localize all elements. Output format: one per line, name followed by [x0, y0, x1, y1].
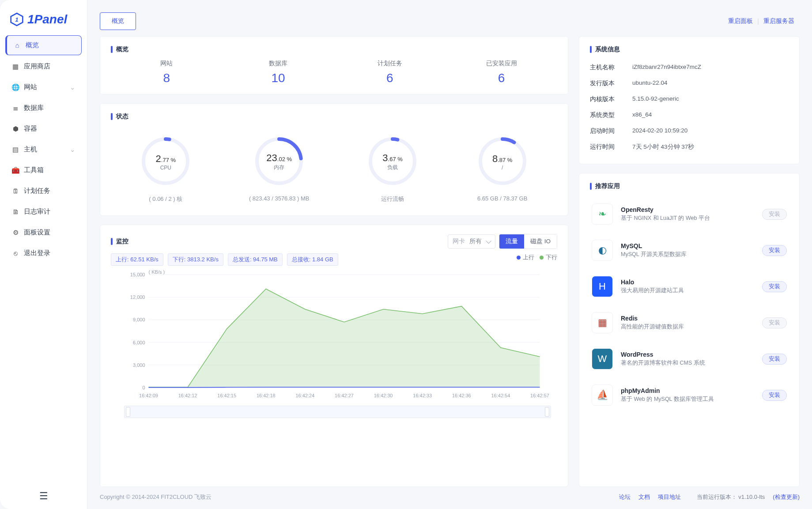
app-install-button[interactable]: 安装: [762, 281, 787, 292]
monitor-mode-segment: 流量 磁盘 IO: [499, 234, 557, 249]
overview-metric[interactable]: 网站 8: [111, 60, 223, 85]
app-icon: ❧: [592, 204, 613, 225]
app-install-button[interactable]: 安装: [762, 354, 787, 365]
monitor-stat-chip: 总接收: 1.84 GB: [287, 253, 338, 266]
overview-title: 概览: [111, 45, 557, 53]
sidebar-item-calendar[interactable]: 🗓 计划任务: [5, 181, 82, 200]
sysinfo-value: 2024-02-20 10:59:20: [632, 127, 687, 135]
app-icon: W: [592, 348, 613, 369]
sidebar-item-toolbox[interactable]: 🧰 工具箱: [5, 161, 82, 180]
footer-link[interactable]: 项目地址: [658, 494, 681, 500]
apps-title: 推荐应用: [590, 182, 789, 190]
status-gauge[interactable]: 2.77 % CPU ( 0.06 / 2 ) 核: [139, 135, 192, 203]
server-icon: ▤: [11, 146, 19, 154]
app-desc: 强大易用的开源建站工具: [621, 287, 754, 294]
status-gauge[interactable]: 3.67 % 负载 运行流畅: [366, 135, 419, 203]
svg-text:16:42:33: 16:42:33: [413, 393, 432, 398]
overview-metric[interactable]: 计划任务 6: [334, 60, 446, 85]
sysinfo-key: 系统类型: [590, 111, 623, 119]
sidebar-item-container[interactable]: ⬢ 容器: [5, 119, 82, 138]
app-name: OpenResty: [621, 206, 754, 213]
logout-icon: ⎋: [11, 249, 19, 257]
seg-disk-io[interactable]: 磁盘 IO: [524, 234, 557, 249]
status-card: 状态 2.77 % CPU ( 0.06 / 2 ) 核 23.02 % 内存 …: [100, 103, 568, 216]
gauge-label: /: [502, 165, 503, 171]
overview-metric[interactable]: 已安装应用 6: [446, 60, 557, 85]
brand-text: 1Panel: [27, 12, 67, 26]
gauge-label: CPU: [160, 165, 171, 171]
app-install-button[interactable]: 安装: [762, 390, 787, 401]
sidebar-item-globe[interactable]: 🌐 网站 ⌄: [5, 78, 82, 97]
app-desc: 著名的开源博客软件和 CMS 系统: [621, 359, 754, 367]
app-desc: MySQL 开源关系型数据库: [621, 251, 754, 258]
monitor-stat-chip: 上行: 62.51 KB/s: [111, 253, 163, 266]
gauge-subtext: ( 823.43 / 3576.83 ) MB: [249, 195, 310, 202]
footer-check-update[interactable]: (检查更新): [773, 493, 800, 501]
calendar-icon: 🗓: [11, 187, 19, 195]
app-install-button[interactable]: 安装: [762, 245, 787, 256]
chart-time-scrubber[interactable]: [124, 406, 551, 418]
status-gauge[interactable]: 23.02 % 内存 ( 823.43 / 3576.83 ) MB: [249, 135, 310, 203]
footer-link[interactable]: 论坛: [619, 494, 631, 500]
gauge-label: 负载: [387, 164, 398, 171]
sidebar-item-doc[interactable]: 🗎 日志审计: [5, 202, 82, 221]
svg-text:16:42:27: 16:42:27: [335, 393, 354, 398]
sysinfo-row: 内核版本 5.15.0-92-generic: [590, 91, 789, 107]
gauge-value: 3.67 %: [382, 152, 403, 164]
restart-server-link[interactable]: 重启服务器: [763, 17, 794, 25]
sidebar-item-home[interactable]: ⌂ 概览: [5, 35, 82, 55]
svg-text:16:42:12: 16:42:12: [178, 393, 197, 398]
gauge-value: 2.77 %: [156, 153, 176, 165]
monitor-card: 监控 网卡 所有 流量 磁盘 IO: [100, 225, 568, 487]
app-desc: 高性能的开源键值数据库: [621, 323, 754, 331]
app-item: ◐ MySQL MySQL 开源关系型数据库 安装: [590, 233, 789, 269]
metric-value: 8: [111, 71, 223, 85]
nic-select-value: 所有: [469, 238, 482, 245]
app-install-button[interactable]: 安装: [762, 317, 787, 328]
app-icon: ◐: [592, 240, 613, 261]
chevron-down-icon: ⌄: [70, 83, 76, 91]
sidebar-item-layers[interactable]: ≣ 数据库: [5, 98, 82, 117]
sidebar-item-server[interactable]: ▤ 主机 ⌄: [5, 140, 82, 159]
toolbox-icon: 🧰: [11, 166, 19, 174]
restart-panel-link[interactable]: 重启面板: [728, 17, 753, 25]
sidebar-item-label: 概览: [26, 41, 39, 49]
sysinfo-key: 启动时间: [590, 127, 623, 135]
traffic-chart: ( KB/s )03,0006,0009,00012,00015,00016:4…: [111, 268, 557, 401]
doc-icon: 🗎: [11, 208, 19, 215]
container-icon: ⬢: [11, 125, 19, 133]
main: 概览 重启面板 | 重启服务器 概览 网站 8数据库 10计划任务 6已安装应用…: [87, 0, 812, 509]
app-name: WordPress: [621, 351, 754, 358]
overview-card: 概览 网站 8数据库 10计划任务 6已安装应用 6: [100, 36, 568, 94]
grid-icon: ▦: [11, 63, 19, 71]
sidebar-item-logout[interactable]: ⎋ 退出登录: [5, 244, 82, 263]
gauge-subtext: 运行流畅: [366, 195, 419, 203]
app-install-button[interactable]: 安装: [762, 209, 787, 220]
app-icon: ⛵: [592, 385, 613, 406]
sysinfo-row: 发行版本 ubuntu-22.04: [590, 75, 789, 91]
svg-text:15,000: 15,000: [130, 272, 145, 277]
sysinfo-key: 运行时间: [590, 143, 623, 151]
app-item: ⛵ phpMyAdmin 基于 Web 的 MySQL 数据库管理工具 安装: [590, 377, 789, 414]
monitor-stat-chip: 总发送: 94.75 MB: [228, 253, 283, 266]
sysinfo-row: 运行时间 7天 5小时 43分钟 37秒: [590, 139, 789, 155]
sysinfo-value: ubuntu-22.04: [632, 79, 668, 87]
brand-logo[interactable]: 1 1Panel: [5, 9, 82, 35]
app-item: H Halo 强大易用的开源建站工具 安装: [590, 269, 789, 305]
sidebar-item-label: 数据库: [24, 104, 44, 112]
sidebar-item-gear[interactable]: ⚙ 面板设置: [5, 223, 82, 242]
footer-link[interactable]: 文档: [638, 494, 650, 500]
seg-traffic[interactable]: 流量: [499, 234, 524, 249]
status-title: 状态: [111, 113, 557, 121]
gauge-subtext: 6.65 GB / 78.37 GB: [476, 195, 529, 202]
svg-text:9,000: 9,000: [133, 317, 145, 322]
gauge-label: 内存: [274, 164, 284, 171]
nic-select[interactable]: 网卡 所有: [448, 234, 495, 249]
overview-metric[interactable]: 数据库 10: [223, 60, 334, 85]
tab-overview[interactable]: 概览: [100, 12, 136, 30]
app-name: phpMyAdmin: [621, 387, 754, 394]
status-gauge[interactable]: 8.87 % / 6.65 GB / 78.37 GB: [476, 135, 529, 203]
sidebar-item-grid[interactable]: ▦ 应用商店: [5, 57, 82, 76]
app-item: ❧ OpenResty 基于 NGINX 和 LuaJIT 的 Web 平台 安…: [590, 196, 789, 233]
collapse-icon[interactable]: ☰: [39, 490, 48, 502]
